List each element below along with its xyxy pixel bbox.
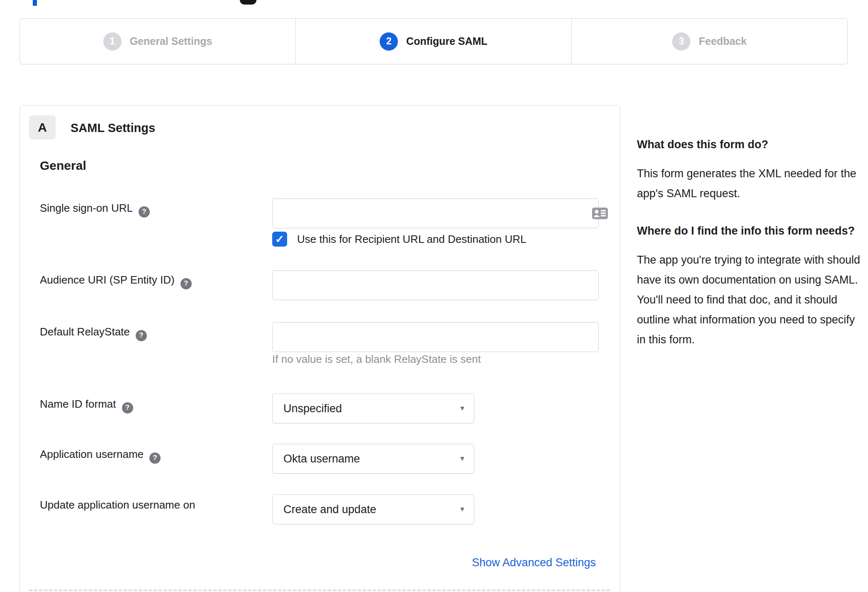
field-label-name-id-format: Name ID format? <box>40 398 133 413</box>
update-application-username-select[interactable]: Create and update ▼ <box>272 494 474 524</box>
step-label: Feedback <box>699 35 746 47</box>
cropped-title-accent <box>33 0 37 6</box>
select-value: Create and update <box>283 503 376 516</box>
step-number-badge: 1 <box>103 32 122 51</box>
show-advanced-settings-link[interactable]: Show Advanced Settings <box>472 556 596 569</box>
application-username-select[interactable]: Okta username ▼ <box>272 444 474 474</box>
section-title: SAML Settings <box>71 121 155 135</box>
chevron-down-icon: ▼ <box>459 506 466 513</box>
audience-uri-input[interactable] <box>272 270 599 300</box>
saml-settings-panel: A SAML Settings General Single sign-on U… <box>20 105 620 592</box>
sidebar-body-where: The app you're trying to integrate with … <box>637 250 861 350</box>
step-label: Configure SAML <box>406 35 488 47</box>
recipient-url-checkbox-row: ✓ Use this for Recipient URL and Destina… <box>272 232 527 247</box>
sidebar-body-what: This form generates the XML needed for t… <box>637 164 861 203</box>
cropped-title-icon <box>240 0 256 5</box>
recipient-url-checkbox[interactable]: ✓ <box>272 232 287 247</box>
chevron-down-icon: ▼ <box>459 455 466 462</box>
help-icon[interactable]: ? <box>149 453 161 464</box>
wizard-steps-bar: 1 General Settings 2 Configure SAML 3 Fe… <box>20 18 848 64</box>
field-label-application-username: Application username? <box>40 448 161 464</box>
field-label-default-relaystate: Default RelayState? <box>40 325 147 341</box>
relaystate-helper-text: If no value is set, a blank RelayState i… <box>272 353 481 366</box>
step-feedback: 3 Feedback <box>571 19 847 64</box>
section-a-badge: A <box>29 115 56 139</box>
step-number-badge: 3 <box>672 32 690 51</box>
default-relaystate-input[interactable] <box>272 322 599 352</box>
select-value: Okta username <box>283 453 360 465</box>
help-icon[interactable]: ? <box>180 278 192 289</box>
sidebar-heading-where: Where do I find the info this form needs… <box>637 222 861 240</box>
recipient-url-checkbox-label[interactable]: Use this for Recipient URL and Destinati… <box>297 233 527 246</box>
chevron-down-icon: ▼ <box>459 405 466 412</box>
help-icon[interactable]: ? <box>122 402 133 413</box>
select-value: Unspecified <box>283 402 342 415</box>
group-title-general: General <box>40 159 86 173</box>
panel-bottom-dashed-divider <box>29 590 610 591</box>
step-general-settings: 1 General Settings <box>20 19 295 64</box>
contact-card-autofill-icon[interactable] <box>592 207 608 220</box>
help-icon[interactable]: ? <box>136 330 147 341</box>
name-id-format-select[interactable]: Unspecified ▼ <box>272 394 474 423</box>
step-number-badge: 2 <box>380 32 398 51</box>
help-sidebar: What does this form do? This form genera… <box>637 135 861 368</box>
step-configure-saml: 2 Configure SAML <box>295 19 571 64</box>
help-icon[interactable]: ? <box>139 206 150 218</box>
step-label: General Settings <box>130 35 212 47</box>
sidebar-heading-what: What does this form do? <box>637 135 861 154</box>
single-sign-on-url-input[interactable] <box>272 198 599 228</box>
field-label-update-application-username: Update application username on <box>40 499 195 511</box>
field-label-single-sign-on-url: Single sign-on URL? <box>40 202 150 218</box>
field-label-audience-uri: Audience URI (SP Entity ID)? <box>40 274 192 289</box>
